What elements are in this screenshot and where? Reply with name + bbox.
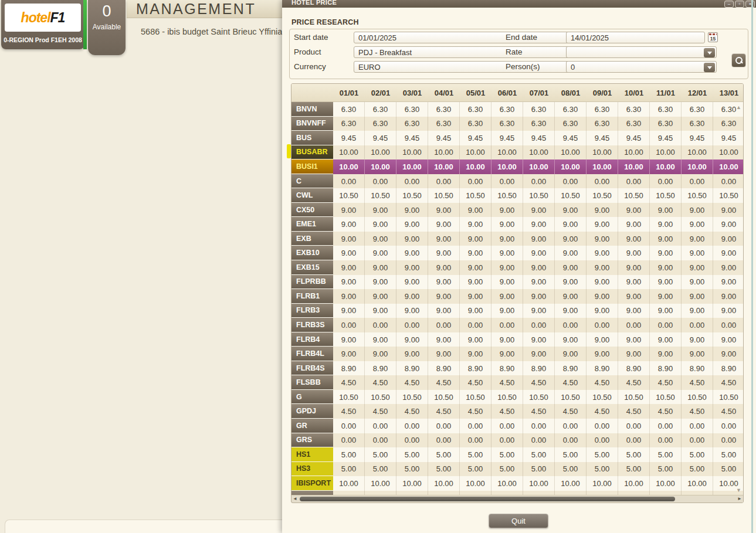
price-cell[interactable]: 5.00	[428, 447, 460, 462]
price-cell[interactable]: 0.00	[365, 419, 396, 433]
price-cell[interactable]: 9.45	[365, 131, 396, 145]
price-cell[interactable]: 0.00	[682, 318, 713, 332]
price-cell[interactable]: 0.00	[396, 174, 428, 189]
row-label-FLPRBB[interactable]: FLPRBB	[291, 275, 333, 290]
price-cell[interactable]: 9.00	[587, 332, 618, 347]
dialog-titlebar[interactable]: HOTEL PRICE	[282, 0, 756, 8]
price-cell[interactable]: 10.00	[333, 159, 365, 174]
price-cell[interactable]: 0.00	[428, 318, 460, 332]
column-header-02-01[interactable]: 02/01	[365, 84, 396, 101]
price-cell[interactable]: 10.50	[523, 390, 555, 405]
price-cell[interactable]: 0.00	[365, 433, 396, 448]
price-cell[interactable]: 9.00	[713, 289, 744, 304]
price-cell[interactable]: 9.00	[491, 260, 523, 275]
price-cell[interactable]: 5.00	[618, 447, 650, 462]
maximize-icon[interactable]: ▫	[735, 1, 744, 8]
price-cell[interactable]: 9.00	[460, 246, 491, 260]
price-cell[interactable]: 4.50	[428, 375, 460, 390]
price-cell[interactable]: 9.00	[523, 275, 555, 290]
price-cell[interactable]: 10.50	[618, 390, 650, 405]
price-cell[interactable]: 9.00	[333, 347, 365, 361]
price-cell[interactable]: 6.30	[587, 117, 618, 131]
price-cell[interactable]: 9.00	[618, 203, 650, 218]
price-cell[interactable]: 5.00	[428, 462, 460, 477]
price-cell[interactable]: 5.00	[460, 447, 491, 462]
price-cell[interactable]: 9.00	[428, 232, 460, 246]
price-cell[interactable]: 6.30	[650, 102, 682, 117]
price-cell[interactable]: 9.00	[523, 347, 555, 361]
price-cell[interactable]: 6.30	[523, 102, 555, 117]
price-cell[interactable]: 0.00	[460, 174, 491, 189]
price-cell[interactable]: 0.00	[428, 433, 460, 448]
price-cell[interactable]: 0.00	[682, 174, 713, 189]
price-cell[interactable]: 4.50	[650, 375, 682, 390]
price-cell[interactable]: 10.00	[491, 145, 523, 160]
price-cell[interactable]: 10.00	[618, 145, 650, 160]
price-cell[interactable]: 9.00	[523, 260, 555, 275]
price-cell[interactable]: 0.00	[365, 318, 396, 332]
row-label-FLRB4L[interactable]: FLRB4L	[291, 347, 333, 361]
price-cell[interactable]: 9.00	[682, 203, 713, 218]
price-cell[interactable]: 9.00	[713, 203, 744, 218]
price-cell[interactable]: 9.00	[365, 304, 396, 318]
scroll-left-icon[interactable]: ◄	[291, 495, 299, 503]
price-cell[interactable]: 10.00	[523, 145, 555, 160]
price-cell[interactable]: 0.00	[555, 419, 587, 433]
price-cell[interactable]: 0.00	[618, 174, 650, 189]
price-cell[interactable]: 9.00	[491, 275, 523, 290]
price-cell[interactable]: 9.00	[428, 304, 460, 318]
price-cell[interactable]: 10.00	[491, 159, 523, 174]
price-cell[interactable]: 0.00	[587, 419, 618, 433]
price-cell[interactable]: 9.00	[650, 275, 682, 290]
price-cell[interactable]: 8.90	[333, 361, 365, 376]
row-label-FLRB4[interactable]: FLRB4	[291, 332, 333, 347]
price-cell[interactable]: 0.00	[713, 419, 744, 433]
price-cell[interactable]: 0.00	[333, 433, 365, 448]
price-cell[interactable]: 9.00	[713, 246, 744, 260]
price-cell[interactable]: 6.30	[460, 117, 491, 131]
price-cell[interactable]: 10.00	[396, 145, 428, 160]
price-cell[interactable]: 9.00	[460, 289, 491, 304]
price-cell[interactable]: 6.30	[396, 117, 428, 131]
price-cell[interactable]: 9.00	[396, 246, 428, 260]
price-cell[interactable]: 0.00	[555, 174, 587, 189]
price-cell[interactable]: 9.00	[555, 203, 587, 218]
column-header-04-01[interactable]: 04/01	[428, 84, 460, 101]
price-cell[interactable]: 9.45	[650, 131, 682, 145]
price-cell[interactable]: 9.00	[428, 332, 460, 347]
price-cell[interactable]: 5.00	[491, 462, 523, 477]
price-cell[interactable]: 0.00	[333, 174, 365, 189]
price-cell[interactable]: 0.00	[396, 419, 428, 433]
price-cell[interactable]: 9.00	[428, 203, 460, 218]
end-date-input[interactable]: 14/01/2025	[566, 32, 705, 43]
price-cell[interactable]: 9.00	[491, 332, 523, 347]
price-cell[interactable]: 9.00	[523, 289, 555, 304]
price-cell[interactable]: 0.00	[587, 318, 618, 332]
column-header-01-01[interactable]: 01/01	[333, 84, 365, 101]
price-cell[interactable]: 5.00	[491, 447, 523, 462]
row-label-EXB15[interactable]: EXB15	[291, 260, 333, 275]
row-label-FLSBB[interactable]: FLSBB	[291, 375, 333, 390]
price-cell[interactable]: 9.00	[396, 289, 428, 304]
price-cell[interactable]: 4.50	[713, 375, 744, 390]
price-cell[interactable]: 0.00	[713, 433, 744, 448]
price-cell[interactable]: 0.00	[333, 419, 365, 433]
price-cell[interactable]: 9.00	[682, 217, 713, 232]
price-cell[interactable]: 10.00	[650, 159, 682, 174]
price-cell[interactable]: 6.30	[618, 117, 650, 131]
price-cell[interactable]: 10.00	[587, 145, 618, 160]
price-cell[interactable]: 9.00	[555, 217, 587, 232]
price-cell[interactable]: 9.00	[460, 347, 491, 361]
price-cell[interactable]: 9.00	[650, 304, 682, 318]
price-cell[interactable]: 9.45	[333, 131, 365, 145]
row-label-GR[interactable]: GR	[291, 419, 333, 433]
column-header-07-01[interactable]: 07/01	[523, 84, 555, 101]
price-cell[interactable]: 9.00	[333, 217, 365, 232]
price-cell[interactable]: 9.00	[650, 332, 682, 347]
price-cell[interactable]: 9.00	[365, 260, 396, 275]
price-cell[interactable]: 10.00	[460, 145, 491, 160]
price-cell[interactable]: 4.50	[428, 404, 460, 419]
chevron-down-icon[interactable]	[704, 63, 715, 72]
price-cell[interactable]: 4.50	[396, 404, 428, 419]
price-cell[interactable]: 4.50	[333, 404, 365, 419]
